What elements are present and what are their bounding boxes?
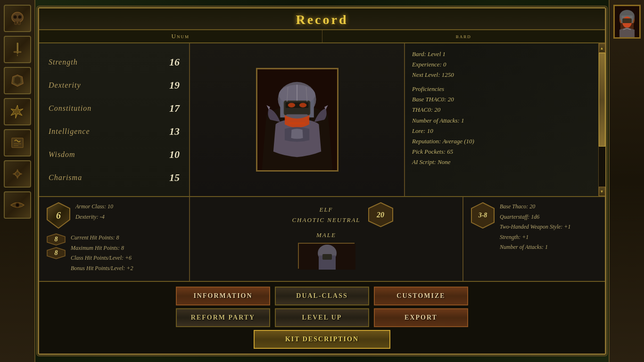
hp-row: 8 8 Current Hit Points: 8 Maximum Hit Po… (46, 233, 182, 273)
class-hp-line: Class Hit Points/Level: +6 (71, 253, 133, 263)
sidebar-left (0, 0, 35, 362)
armor-class-line: Armor Class: 10 (75, 202, 113, 212)
ac-row: 6 Armor Class: 10 Dexterity: -4 (46, 202, 182, 229)
proficiencies-line: Proficiencies (412, 84, 591, 94)
scroll-up-arrow[interactable]: ▲ (599, 43, 605, 53)
character-portrait-small[interactable] (613, 5, 641, 39)
experience-line: Experience: 0 (412, 59, 591, 70)
svg-rect-1 (15, 21, 17, 25)
name-bar: Unum bard (39, 30, 605, 43)
sidebar-icon-eye[interactable] (4, 191, 31, 219)
intelligence-value: 13 (161, 125, 180, 138)
export-button[interactable]: EXPORT (374, 308, 468, 327)
combat-attacks-line: Number of Attacks: 1 (500, 242, 570, 253)
stat-row-wisdom: Wisdom 10 (49, 147, 180, 163)
alignment-label: CHAOTIC NEUTRAL (292, 216, 360, 224)
hp-info: Current Hit Points: 8 Maximum Hit Points… (71, 233, 133, 273)
information-button[interactable]: INFORMATION (176, 287, 270, 305)
sidebar-icon-armor[interactable] (4, 67, 31, 94)
dexterity-label: Dexterity (49, 81, 81, 90)
customize-button[interactable]: CUSTOMIZE (374, 287, 468, 305)
buttons-section: INFORMATION DUAL-CLASS CUSTOMIZE REFORM … (39, 282, 605, 354)
stats-right: Bard: Level 1 Experience: 0 Next Level: … (405, 43, 598, 196)
svg-point-29 (288, 103, 295, 107)
thac0-badge: 20 (368, 202, 394, 228)
character-portrait-large (256, 68, 339, 172)
sidebar-right (609, 0, 644, 362)
sidebar-icon-sword[interactable] (4, 36, 31, 63)
max-hp-line: Maximum Hit Points: 8 (71, 243, 133, 254)
lore-line: Lore: 10 (412, 126, 591, 136)
weapon-style-line: Two-Handed Weapon Style: +1 (500, 222, 570, 232)
combat-row: 3-8 Base Thaco: 20 Quarterstaff: 1d6 Two… (471, 202, 598, 253)
gender-label: MALE (316, 231, 336, 239)
dexterity-ac-line: Dexterity: -4 (75, 212, 113, 222)
svg-rect-8 (12, 138, 23, 148)
svg-rect-6 (14, 51, 21, 53)
bottom-center: ELF CHAOTIC NEUTRAL 20 MALE (190, 197, 463, 281)
level-up-button[interactable]: LEVEL UP (275, 308, 369, 327)
bottom-right: 3-8 Base Thaco: 20 Quarterstaff: 1d6 Two… (463, 197, 605, 281)
stat-row-intelligence: Intelligence 13 (49, 123, 180, 140)
sidebar-icon-map[interactable] (4, 129, 31, 156)
kit-description-button[interactable]: KIT DESCRIPTION (254, 330, 390, 349)
buttons-row-2: REFORM PARTY LEVEL UP EXPORT (46, 308, 598, 327)
scroll-track[interactable] (599, 53, 605, 187)
reputation-line: Reputation: Average (10) (412, 136, 591, 147)
thac0-row: ELF CHAOTIC NEUTRAL 20 (195, 202, 458, 228)
thac0-value: 20 (377, 211, 384, 219)
stats-left: Strength 16 Dexterity 19 Constitution 17… (39, 43, 190, 196)
svg-point-30 (299, 103, 306, 107)
dexterity-value: 19 (161, 79, 180, 91)
bottom-section: 6 Armor Class: 10 Dexterity: -4 8 (39, 197, 605, 282)
hp-max-badge: 8 (46, 247, 66, 260)
char-info-text: Bard: Level 1 Experience: 0 Next Level: … (412, 49, 591, 167)
scroll-down-arrow[interactable]: ▼ (599, 187, 605, 196)
combat-info: Base Thaco: 20 Quarterstaff: 1d6 Two-Han… (500, 202, 570, 253)
sidebar-icon-gear[interactable] (4, 160, 31, 188)
intelligence-label: Intelligence (49, 127, 90, 136)
wisdom-value: 10 (161, 148, 180, 161)
strength-label: Strength (49, 58, 78, 66)
svg-point-3 (13, 16, 17, 19)
character-class: bard (322, 30, 605, 42)
thac0-line: THAC0: 20 (412, 105, 591, 115)
race-label: ELF (319, 206, 333, 214)
level-line: Bard: Level 1 (412, 49, 591, 59)
portrait-center (190, 43, 405, 196)
stat-row-strength: Strength 16 (49, 54, 180, 70)
ac-info: Armor Class: 10 Dexterity: -4 (75, 202, 113, 222)
reform-party-button[interactable]: REFORM PARTY (176, 308, 270, 327)
title-bar: Record (39, 8, 605, 30)
combat-value: 3-8 (479, 212, 487, 219)
wisdom-label: Wisdom (49, 150, 75, 159)
weapon-line: Quarterstaff: 1d6 (500, 212, 570, 222)
base-thac0-line: Base THAC0: 20 (412, 94, 591, 105)
combat-badge: 3-8 (471, 202, 495, 229)
svg-rect-39 (322, 254, 332, 260)
ai-script-line: AI Script: None (412, 157, 591, 167)
pick-pockets-line: Pick Pockets: 65 (412, 147, 591, 157)
scroll-bar[interactable]: ▲ ▼ (598, 43, 605, 196)
page-title: Record (296, 12, 348, 27)
stats-right-container: Bard: Level 1 Experience: 0 Next Level: … (405, 43, 605, 196)
ac-value: 6 (56, 210, 61, 221)
dual-class-button[interactable]: DUAL-CLASS (275, 287, 369, 305)
buttons-row-1: INFORMATION DUAL-CLASS CUSTOMIZE (46, 287, 598, 305)
svg-rect-2 (18, 21, 20, 25)
race-info: ELF CHAOTIC NEUTRAL (292, 206, 360, 224)
hp-current-value: 8 (55, 236, 58, 243)
bonus-hp-line: Bonus Hit Points/Level: +2 (71, 263, 133, 274)
next-level-line: Next Level: 1250 (412, 70, 591, 80)
charisma-label: Charisma (49, 173, 82, 182)
main-panel: Record Unum bard Strength 16 Dexterity 1… (38, 7, 606, 355)
svg-point-4 (18, 16, 21, 19)
current-hp-line: Current Hit Points: 8 (71, 233, 133, 243)
svg-point-0 (12, 12, 23, 23)
sidebar-icon-spell[interactable] (4, 98, 31, 125)
scroll-handle[interactable] (599, 53, 605, 147)
constitution-label: Constitution (49, 104, 91, 113)
mini-portrait-bottom (298, 243, 355, 269)
sidebar-icon-skull[interactable] (4, 5, 31, 32)
character-name: Unum (39, 30, 322, 42)
